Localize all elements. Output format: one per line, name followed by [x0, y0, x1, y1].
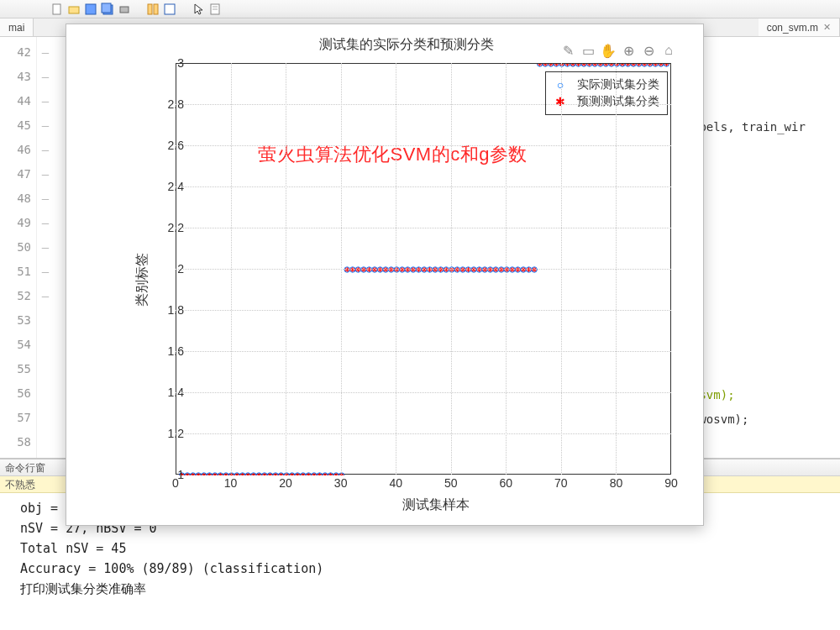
data-point-asterisk	[444, 267, 449, 272]
cursor-icon[interactable]	[192, 3, 205, 16]
fold-column: ———————————	[37, 37, 54, 458]
gridline-h	[176, 351, 671, 352]
print-icon[interactable]	[118, 3, 131, 16]
gridline-h	[176, 310, 671, 311]
save-icon[interactable]	[84, 3, 97, 16]
y-axis-label: 类别标签	[134, 253, 151, 307]
data-point-asterisk	[510, 267, 515, 272]
line-number: 54	[0, 333, 31, 357]
xtick-label: 40	[389, 476, 402, 490]
fold-dash: —	[37, 162, 54, 186]
xtick-label: 70	[554, 476, 568, 490]
tab-right-label: con_svm.m	[767, 22, 818, 34]
data-point-asterisk	[493, 267, 498, 272]
gridline-v	[561, 63, 562, 475]
xtick-label: 0	[172, 476, 179, 490]
data-point-asterisk	[400, 267, 405, 272]
figure-window[interactable]: 测试集的实际分类和预测分类 ✎ ▭ ✋ ⊕ ⊖ ⌂ 类别标签 测试集样本 11.…	[66, 24, 704, 526]
fold-dash: —	[37, 138, 54, 162]
fold-dash: —	[37, 65, 54, 89]
line-number: 42	[0, 40, 31, 65]
line-number: 48	[0, 186, 31, 211]
line-number: 52	[0, 284, 31, 308]
fold-dash: —	[37, 235, 54, 260]
xtick-label: 80	[610, 476, 623, 490]
gridline-v	[396, 63, 396, 475]
fold-dash: —	[37, 186, 54, 211]
ytick-label: 3	[150, 56, 184, 70]
svg-rect-5	[120, 7, 129, 13]
gridline-v	[231, 63, 232, 475]
gridline-h	[176, 186, 671, 187]
line-number: 47	[0, 162, 31, 186]
data-point-asterisk	[465, 267, 470, 272]
gridline-v	[286, 63, 286, 475]
data-point-asterisk	[394, 267, 399, 272]
line-number: 44	[0, 89, 31, 113]
data-point-asterisk	[433, 267, 438, 272]
data-point-asterisk	[449, 267, 454, 272]
svg-rect-8	[165, 4, 175, 14]
dock-icon[interactable]	[146, 3, 160, 16]
svg-rect-4	[102, 3, 111, 13]
xtick-label: 60	[500, 476, 513, 490]
doc-icon[interactable]	[208, 3, 222, 16]
tab-left[interactable]: mai	[0, 18, 34, 36]
gridline-h	[176, 433, 671, 434]
datatip-icon[interactable]: ▭	[580, 43, 596, 58]
tab-right[interactable]: con_svm.m ✕	[759, 18, 840, 36]
line-number: 43	[0, 65, 31, 89]
xtick-label: 20	[279, 476, 292, 490]
save-all-icon[interactable]	[101, 3, 114, 16]
line-number: 58	[0, 430, 31, 454]
open-icon[interactable]	[67, 3, 81, 16]
line-number: 45	[0, 113, 31, 138]
zoom-in-icon[interactable]: ⊕	[621, 43, 636, 58]
window-icon[interactable]	[163, 3, 176, 16]
svg-rect-6	[148, 4, 152, 14]
data-point-asterisk	[482, 267, 487, 272]
line-number: 57	[0, 406, 31, 430]
home-icon[interactable]: ⌂	[661, 43, 676, 58]
svg-rect-0	[53, 4, 60, 14]
fold-dash: —	[37, 260, 54, 284]
fold-dash: —	[37, 40, 54, 65]
line-number: 55	[0, 357, 31, 381]
data-point-asterisk	[411, 267, 416, 272]
gridline-v	[451, 63, 452, 475]
data-point-asterisk	[422, 267, 427, 272]
pan-icon[interactable]: ✋	[601, 43, 616, 58]
x-axis-label: 测试集样本	[92, 496, 688, 514]
tab-close-icon[interactable]: ✕	[823, 22, 831, 33]
tab-left-label: mai	[8, 22, 24, 34]
legend-row-predict: ✱ 预测测试集分类	[552, 93, 659, 110]
plot-area: 测试集的实际分类和预测分类 ✎ ▭ ✋ ⊕ ⊖ ⌂ 类别标签 测试集样本 11.…	[92, 36, 688, 523]
data-point-asterisk	[527, 267, 532, 272]
scatter-layer	[176, 64, 672, 475]
code-fragment-1: abels, train_wir	[692, 115, 806, 139]
line-number: 53	[0, 308, 31, 333]
xtick-label: 10	[224, 476, 238, 490]
legend-label-actual: 实际测试集分类	[577, 77, 659, 92]
line-number: 51	[0, 260, 31, 284]
svg-rect-2	[86, 4, 96, 14]
gridline-h	[176, 269, 671, 270]
svg-rect-7	[154, 4, 158, 14]
data-point-asterisk	[471, 267, 476, 272]
gridline-h	[176, 228, 671, 228]
svg-rect-1	[69, 7, 79, 13]
data-point-asterisk	[372, 267, 377, 272]
zoom-out-icon[interactable]: ⊖	[641, 43, 656, 58]
xtick-label: 50	[444, 476, 458, 490]
legend-row-actual: ○ 实际测试集分类	[552, 76, 659, 93]
fold-dash: —	[37, 89, 54, 113]
main-toolbar	[0, 0, 840, 18]
brush-icon[interactable]: ✎	[560, 43, 575, 58]
data-point-asterisk	[389, 267, 394, 272]
data-point-asterisk	[521, 267, 526, 272]
line-number: 56	[0, 381, 31, 406]
fold-dash: —	[37, 284, 54, 308]
chart-legend[interactable]: ○ 实际测试集分类 ✱ 预测测试集分类	[545, 71, 668, 115]
new-file-icon[interactable]	[50, 3, 64, 16]
data-point-asterisk	[460, 267, 465, 272]
